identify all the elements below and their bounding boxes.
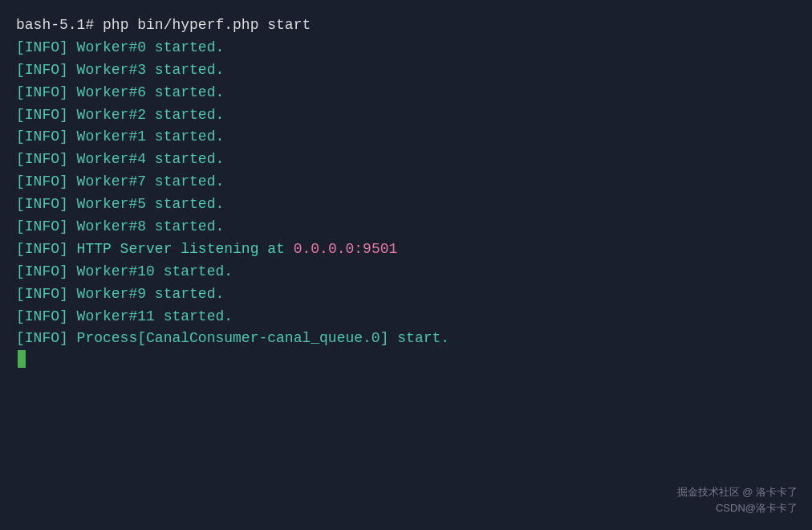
address-text: 0.0.0.0:9501 <box>294 238 398 261</box>
log-line-0: [INFO] Worker#0 started. <box>16 37 796 59</box>
log-text: Worker#0 started. <box>68 37 224 59</box>
log-text: Worker#5 started. <box>68 194 224 216</box>
info-bracket: [INFO] <box>16 194 68 216</box>
log-line-11: [INFO] Worker#9 started. <box>16 283 796 306</box>
log-text: Worker#1 started. <box>68 126 224 149</box>
prompt-line: bash-5.1# php bin/hyperf.php start <box>16 14 796 37</box>
log-text: Worker#10 started. <box>68 261 233 283</box>
log-line-13: [INFO] Process[CanalConsumer-canal_queue… <box>16 328 796 350</box>
log-line-8: [INFO] Worker#8 started. <box>16 216 796 238</box>
log-line-5: [INFO] Worker#4 started. <box>16 149 796 171</box>
log-line-10: [INFO] Worker#10 started. <box>16 261 796 283</box>
info-bracket: [INFO] <box>16 104 68 127</box>
log-text: Worker#11 started. <box>68 306 233 328</box>
log-text: Worker#2 started. <box>68 104 224 127</box>
info-bracket: [INFO] <box>16 216 68 238</box>
terminal-window: bash-5.1# php bin/hyperf.php start [INFO… <box>0 0 812 530</box>
info-bracket: [INFO] <box>16 126 68 149</box>
watermark: 掘金技术社区 @ 洛卡卡了 CSDN@洛卡卡了 <box>677 484 798 516</box>
info-bracket: [INFO] <box>16 238 68 261</box>
log-line-2: [INFO] Worker#6 started. <box>16 82 796 104</box>
terminal-cursor <box>18 350 26 368</box>
log-line-1: [INFO] Worker#3 started. <box>16 59 796 82</box>
info-bracket: [INFO] <box>16 82 68 104</box>
log-line-3: [INFO] Worker#2 started. <box>16 104 796 127</box>
info-bracket: [INFO] <box>16 306 68 328</box>
info-bracket: [INFO] <box>16 149 68 171</box>
log-output: [INFO] Worker#0 started.[INFO] Worker#3 … <box>16 37 796 350</box>
log-text: Worker#7 started. <box>68 171 224 194</box>
watermark-line2: CSDN@洛卡卡了 <box>677 500 798 516</box>
log-line-9: [INFO] HTTP Server listening at 0.0.0.0:… <box>16 238 796 261</box>
info-bracket: [INFO] <box>16 328 68 350</box>
log-text: Worker#9 started. <box>68 283 224 306</box>
log-line-7: [INFO] Worker#5 started. <box>16 194 796 216</box>
info-bracket: [INFO] <box>16 59 68 82</box>
log-line-6: [INFO] Worker#7 started. <box>16 171 796 194</box>
info-bracket: [INFO] <box>16 37 68 59</box>
log-line-12: [INFO] Worker#11 started. <box>16 306 796 328</box>
log-line-4: [INFO] Worker#1 started. <box>16 126 796 149</box>
cursor-line <box>16 350 796 368</box>
log-text: Process[CanalConsumer-canal_queue.0] sta… <box>68 328 449 350</box>
command-text: php bin/hyperf.php start <box>103 14 311 37</box>
watermark-line1: 掘金技术社区 @ 洛卡卡了 <box>677 484 798 500</box>
info-bracket: [INFO] <box>16 171 68 194</box>
log-text: Worker#6 started. <box>68 82 224 104</box>
log-text: Worker#3 started. <box>68 59 224 82</box>
log-text: Worker#4 started. <box>68 149 224 171</box>
bash-prompt: bash-5.1# <box>16 14 103 37</box>
log-text: Worker#8 started. <box>68 216 224 238</box>
http-text: HTTP Server listening at <box>68 238 294 261</box>
info-bracket: [INFO] <box>16 283 68 306</box>
info-bracket: [INFO] <box>16 261 68 283</box>
